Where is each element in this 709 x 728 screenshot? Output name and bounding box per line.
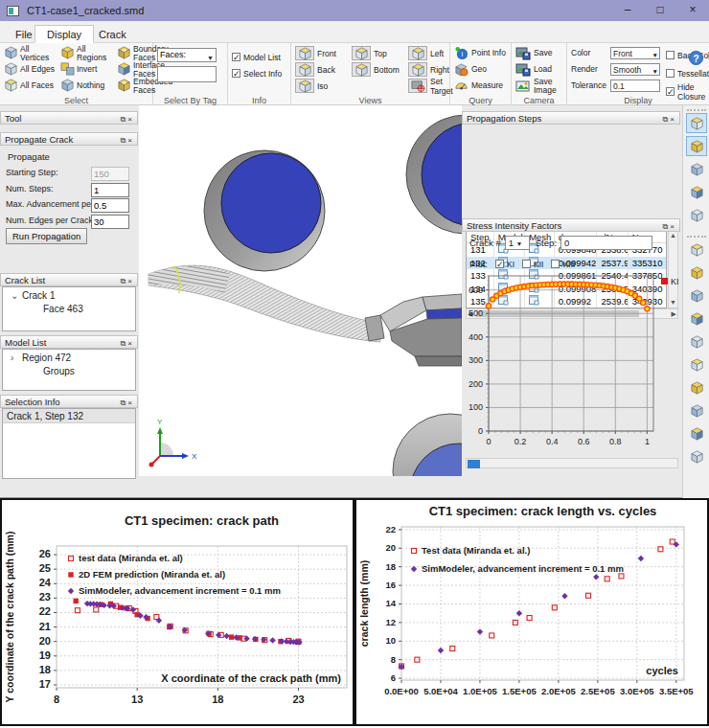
chart-crack-path: 813182317181920212223242526CT1 specimen:…: [0, 498, 354, 726]
toolbar-cube-icon-5[interactable]: [686, 239, 707, 260]
app-icon: [7, 6, 19, 16]
minimize-button[interactable]: –: [611, 0, 644, 21]
view-right-icon: [408, 62, 427, 77]
select-item-all-vertices[interactable]: All Vertices: [4, 45, 58, 61]
toolbar-cube-icon-9[interactable]: [686, 331, 707, 352]
select-item-all-faces[interactable]: All Faces: [4, 78, 58, 94]
camera-button-load[interactable]: Load: [515, 61, 562, 78]
view-button-front[interactable]: Front: [295, 45, 348, 61]
viewport-3d[interactable]: Y X: [139, 105, 462, 476]
svg-text:12: 12: [385, 617, 396, 627]
checkbox-icon[interactable]: [522, 260, 531, 268]
query-button-point-info[interactable]: iPoint Info: [454, 45, 507, 61]
tolerance-input[interactable]: 0.1: [610, 80, 660, 92]
svg-text:0.8: 0.8: [609, 437, 622, 446]
view-button-iso[interactable]: Iso: [295, 78, 348, 94]
view-button-top[interactable]: Top: [352, 45, 404, 61]
close-panel-icon[interactable]: ×: [127, 115, 134, 124]
group-caption: Select: [0, 96, 152, 105]
svg-text:KI: KI: [671, 277, 679, 286]
checkbox-icon[interactable]: [551, 260, 560, 268]
ribbon: All Vertices All Edges All Faces All Reg…: [0, 43, 709, 105]
svg-text:2D FEM prediction (Miranda et.: 2D FEM prediction (Miranda et. al): [79, 569, 225, 580]
close-button[interactable]: ×: [676, 0, 709, 21]
sif-scrollbar[interactable]: [466, 458, 678, 468]
model-hole-right: [406, 115, 462, 234]
toolbar-cube-icon-3[interactable]: [686, 182, 707, 202]
checkbox-icon[interactable]: [666, 51, 675, 59]
checkbox-icon[interactable]: ✓: [495, 260, 504, 268]
close-panel-icon[interactable]: ×: [127, 339, 134, 348]
svg-text:20: 20: [385, 542, 396, 553]
expander-icon[interactable]: ›: [11, 352, 22, 365]
help-button[interactable]: ?: [689, 51, 703, 65]
crack-tree-item-face-463[interactable]: Face 463: [5, 303, 133, 316]
toolbar-cube-icon-14[interactable]: [686, 446, 707, 466]
camera-button-save[interactable]: Save: [515, 45, 562, 61]
select-item-all-regions[interactable]: All Regions: [60, 45, 115, 61]
toolbar-cube-icon-7[interactable]: [686, 285, 707, 306]
toolbar-cube-icon-0[interactable]: [686, 113, 707, 133]
toolbar-cube-icon-8[interactable]: [686, 308, 707, 329]
sif-check-kiii[interactable]: KIII: [551, 257, 575, 271]
info-check-model-list[interactable]: ✓Model List: [232, 50, 286, 64]
camera-save-icon: [515, 47, 531, 60]
toolbar-cube-icon-12[interactable]: [686, 400, 707, 421]
toolbar-cube-icon-10[interactable]: [686, 354, 707, 375]
toolbar-cube-icon-6[interactable]: [686, 262, 707, 283]
checkbox-icon[interactable]: [666, 69, 675, 78]
close-panel-icon[interactable]: ×: [127, 136, 134, 145]
toolbar-cube-icon-4[interactable]: [686, 205, 707, 225]
display-field-tolerance: Tolerance0.1: [571, 78, 660, 93]
tag-search-input[interactable]: [157, 66, 217, 82]
model-tree-item-groups[interactable]: Groups: [5, 365, 133, 378]
model-tree-item-region-472[interactable]: ›Region 472: [5, 352, 133, 365]
tag-type-dropdown[interactable]: Faces:▼: [157, 48, 217, 62]
maximize-button[interactable]: □: [644, 0, 676, 21]
cubes-invert-icon: [60, 61, 77, 78]
query-button-measure[interactable]: Measure: [454, 78, 507, 94]
display-check-tessellation[interactable]: Tessellation: [666, 66, 709, 80]
select-item-invert[interactable]: Invert: [60, 61, 115, 78]
run-propagation-button[interactable]: Run Propagation: [6, 228, 87, 244]
render-dropdown[interactable]: Smooth▼: [610, 63, 660, 76]
step-input[interactable]: 0: [560, 236, 652, 250]
close-panel-icon[interactable]: ×: [127, 277, 134, 285]
toolbar-cube-icon-13[interactable]: [686, 423, 707, 444]
expander-icon[interactable]: ⌄: [11, 289, 22, 303]
sif-check-ki[interactable]: ✓KI: [495, 257, 515, 271]
select-item-all-edges[interactable]: All Edges: [4, 61, 58, 78]
checkbox-icon[interactable]: ✓: [232, 53, 240, 61]
toolbar-cube-icon-2[interactable]: [686, 159, 707, 179]
sif-check-kii[interactable]: KII: [522, 257, 543, 271]
tab-display[interactable]: Display: [34, 25, 94, 43]
svg-text:1.0E+05: 1.0E+05: [463, 686, 497, 696]
toolbar-cube-icon-1[interactable]: [686, 136, 707, 156]
propagate-input-0[interactable]: [91, 167, 129, 181]
view-button-bottom[interactable]: Bottom: [352, 61, 404, 78]
right-toolbar: [682, 105, 709, 498]
select-item-nothing[interactable]: Nothing: [60, 78, 115, 94]
close-panel-icon[interactable]: ×: [127, 398, 134, 407]
scroll-up-icon[interactable]: ▲: [669, 232, 677, 239]
camera-button-save-image[interactable]: Save Image: [515, 78, 562, 94]
checkbox-icon[interactable]: ✓: [232, 69, 240, 78]
tab-crack[interactable]: Crack: [86, 25, 139, 43]
propagate-input-2[interactable]: [91, 198, 129, 213]
scrollbar-thumb[interactable]: [468, 460, 480, 468]
query-button-geo[interactable]: Geo: [454, 61, 507, 78]
close-panel-icon[interactable]: ×: [670, 222, 676, 231]
checkbox-icon[interactable]: ✓: [666, 87, 675, 96]
crack-tree-item-crack-1[interactable]: ⌄Crack 1: [5, 289, 133, 303]
selection-info-row[interactable]: Crack 1, Step 132: [3, 409, 135, 423]
view-button-back[interactable]: Back: [295, 61, 348, 78]
propagate-input-3[interactable]: [91, 215, 129, 229]
info-check-select-info[interactable]: ✓Select Info: [232, 66, 286, 80]
color-dropdown[interactable]: Front▼: [610, 47, 660, 59]
ribbon-group-query: iPoint InfoGeoMeasure Query: [450, 43, 512, 105]
toolbar-cube-icon-11[interactable]: [686, 377, 707, 398]
crack-number-dropdown[interactable]: 1 ▼: [505, 236, 530, 250]
propagate-input-1[interactable]: [91, 183, 129, 197]
close-panel-icon[interactable]: ×: [670, 115, 676, 124]
panel-title-selection-info: Selection Info⧉×: [0, 395, 138, 408]
